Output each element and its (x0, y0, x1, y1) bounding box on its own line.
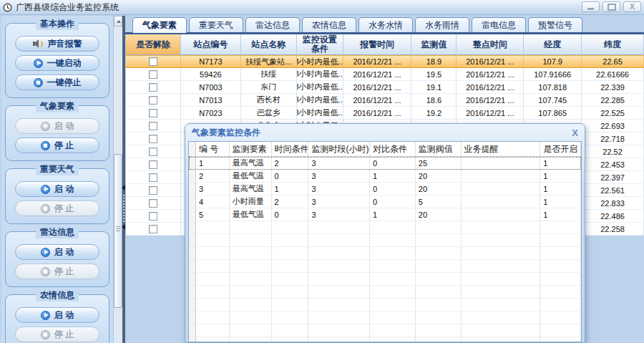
table-cell: 2016/12/21 ... (457, 55, 524, 68)
dialog-close-icon[interactable]: X (572, 128, 578, 137)
dialog-column-header[interactable]: 监测阀值 (416, 142, 462, 156)
restore-button[interactable] (602, 1, 620, 12)
table-cell: N7003 (181, 81, 241, 94)
start-button[interactable]: 启 动 (15, 118, 99, 134)
dialog-empty-cell (308, 234, 370, 247)
row-checkbox[interactable] (149, 160, 157, 169)
sidebar-scrollbar[interactable] (113, 16, 122, 343)
one-key-start-button[interactable]: 一键启动 (15, 55, 99, 71)
dialog-empty-cell (196, 260, 230, 273)
stop-button[interactable]: 停 止 (15, 137, 99, 153)
column-header[interactable]: 经度 (524, 34, 582, 55)
row-checkbox[interactable] (149, 96, 157, 105)
column-header[interactable]: 整点时间 (457, 34, 524, 55)
table-row[interactable]: N7003东门3小时内最低...2016/12/21 ...19.12016/1… (126, 81, 644, 94)
dialog-empty-cell (416, 260, 462, 273)
dialog-titlebar[interactable]: 气象要素监控条件 X (185, 124, 585, 141)
dialog-empty-cell (272, 311, 309, 324)
dialog-empty-cell (416, 221, 462, 234)
main-tab[interactable]: 雷达信息 (245, 17, 300, 32)
main-tab[interactable]: 气象要素 (132, 17, 187, 33)
table-cell: 107.745 (524, 94, 582, 107)
dialog-column-header[interactable]: 编 号 (196, 142, 230, 156)
dialog-empty-cell (462, 273, 541, 286)
row-checkbox[interactable] (149, 135, 157, 143)
table-row[interactable]: N7013西长村3小时内最低...2016/12/21 ...18.62016/… (126, 94, 644, 107)
main-tab[interactable]: 重要天气 (189, 17, 243, 32)
dialog-row[interactable]: 3最高气温130201 (189, 183, 581, 195)
row-checkbox[interactable] (149, 148, 157, 156)
main-tab[interactable]: 预警信号 (528, 17, 582, 32)
dialog-row[interactable]: 4小时雨量23051 (189, 195, 581, 208)
column-header[interactable]: 报警时间 (343, 34, 412, 55)
start-button[interactable]: 启 动 (15, 244, 99, 260)
checkbox-cell (126, 223, 181, 236)
row-checkbox[interactable] (149, 109, 157, 117)
row-checkbox[interactable] (149, 83, 157, 92)
main-tab[interactable]: 雷电信息 (472, 17, 526, 32)
dialog-empty-cell (370, 273, 416, 286)
dialog-column-header[interactable]: 对比条件 (370, 142, 416, 156)
start-button[interactable]: 启 动 (15, 181, 99, 197)
minimize-button[interactable] (582, 1, 600, 12)
column-header[interactable]: 是否解除 (126, 34, 181, 55)
dialog-column-header[interactable]: 是否开启 (540, 142, 581, 156)
dialog-empty-cell (308, 324, 370, 337)
dialog-column-header[interactable]: 业务提醒 (462, 142, 541, 156)
column-header[interactable]: 站点名称 (241, 34, 297, 55)
table-row[interactable]: N7023岜盆乡3小时内最低...2016/12/21 ...19.22016/… (126, 107, 644, 120)
stop-button[interactable]: 停 止 (15, 327, 99, 342)
table-cell: 3小时内最低... (297, 107, 343, 120)
dialog-row-header-stub (189, 273, 196, 286)
row-checkbox[interactable] (149, 212, 157, 221)
row-checkbox[interactable] (149, 173, 157, 182)
sidebar-button-label: 声音报警 (48, 38, 82, 50)
dialog-column-header[interactable]: 监测时段(小时) (308, 142, 370, 156)
stop-icon (41, 141, 50, 150)
dialog-cell: 最低气温 (230, 170, 272, 183)
sidebar-button-label: 启 动 (54, 246, 74, 259)
close-button[interactable]: X (623, 1, 641, 12)
dialog-empty-cell (308, 247, 370, 260)
scrollbar-up-icon[interactable] (114, 16, 122, 26)
column-header[interactable]: 监测值 (411, 34, 457, 55)
scrollbar-thumb[interactable] (114, 154, 122, 308)
start-button[interactable]: 启 动 (15, 307, 99, 323)
stop-button[interactable]: 停 止 (15, 264, 99, 279)
main-tab[interactable]: 农情信息 (302, 17, 356, 32)
table-row[interactable]: N7173扶绥气象站...3小时内最低...2016/12/21 ...18.9… (126, 55, 644, 68)
column-header[interactable]: 站点编号 (181, 34, 241, 55)
checkbox-cell (126, 132, 181, 145)
dialog-column-header[interactable]: 时间条件 (272, 142, 309, 156)
table-cell: 2016/12/21 ... (457, 94, 524, 107)
table-cell: 2016/12/21 ... (343, 81, 412, 94)
column-header[interactable]: 纬度 (582, 34, 644, 55)
main-tab[interactable]: 水务水情 (358, 17, 413, 32)
checkbox-cell (126, 107, 181, 120)
one-key-stop-button[interactable]: 一键停止 (15, 74, 99, 90)
table-row[interactable]: 59426扶绥3小时内最低...2016/12/21 ...19.52016/1… (126, 68, 644, 81)
splitter-grip (123, 195, 125, 222)
row-checkbox[interactable] (149, 57, 157, 66)
sound-alarm-button[interactable]: 声音报警 (15, 36, 99, 52)
dialog-row[interactable]: 2最低气温031201 (189, 170, 581, 183)
row-checkbox[interactable] (149, 225, 157, 233)
dialog-row[interactable]: 5最低气温031201 (189, 208, 581, 221)
row-checkbox[interactable] (149, 70, 157, 79)
row-checkbox[interactable] (149, 199, 157, 208)
play-icon (41, 311, 50, 320)
dialog-empty-cell (196, 337, 230, 342)
row-checkbox[interactable] (149, 122, 157, 130)
dialog-empty-cell (230, 299, 272, 311)
checkbox-cell (126, 55, 181, 68)
dialog-column-header[interactable]: 监测要素 (230, 142, 272, 156)
sidebar-group-title: 重要天气 (36, 163, 79, 175)
table-cell: 扶绥 (241, 68, 297, 81)
column-header[interactable]: 监控设置条件 (297, 34, 343, 55)
play-icon (41, 185, 50, 194)
row-checkbox[interactable] (149, 186, 157, 195)
main-tab[interactable]: 水务雨情 (415, 17, 469, 32)
table-cell: 22.718 (582, 132, 644, 145)
dialog-row[interactable]: 1最高气温230251 (189, 157, 581, 170)
stop-button[interactable]: 停 止 (15, 201, 99, 216)
